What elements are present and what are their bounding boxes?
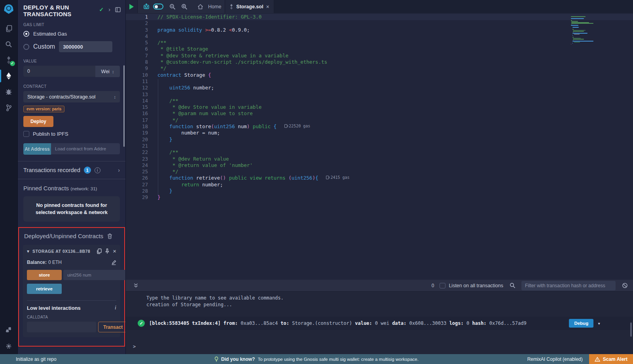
- code-line[interactable]: 18 function store(uint256 num) public {2…: [126, 123, 633, 130]
- panel-layout-icon[interactable]: [115, 7, 121, 12]
- code-line[interactable]: 7 * @dev Store & retrieve value in a var…: [126, 53, 633, 59]
- plugin-manager-icon[interactable]: [0, 322, 18, 338]
- code-line[interactable]: 1// SPDX-License-Identifier: GPL-3.0: [126, 14, 633, 20]
- code-line[interactable]: 9 */: [126, 65, 633, 72]
- code-line[interactable]: 22 /**: [126, 149, 633, 155]
- code-line[interactable]: 15 * @dev Store value in variable: [126, 104, 633, 110]
- panel-collapse-icon[interactable]: ›: [108, 6, 110, 13]
- file-explorer-icon[interactable]: [0, 21, 18, 36]
- solidity-compiler-icon[interactable]: ✓: [0, 52, 18, 68]
- clear-console-icon[interactable]: [621, 281, 628, 291]
- terminal-scrollbar[interactable]: [630, 322, 632, 337]
- expand-tx-icon[interactable]: ▾: [597, 320, 601, 327]
- transaction-filter-input[interactable]: [521, 281, 616, 290]
- contract-select[interactable]: Storage - contracts/Storage.sol ↕: [23, 91, 120, 102]
- run-script-button[interactable]: [129, 4, 134, 9]
- remix-logo-icon[interactable]: [3, 3, 15, 15]
- estimated-gas-radio[interactable]: [23, 31, 29, 37]
- code-line[interactable]: 10contract Storage {: [126, 72, 633, 78]
- tab-storage-sol[interactable]: Storage.sol ×: [225, 0, 274, 13]
- code-line[interactable]: 2: [126, 20, 633, 27]
- home-tab-label[interactable]: Home: [208, 4, 221, 9]
- code-line[interactable]: 8 * @custom:dev-run-script ./scripts/dep…: [126, 59, 633, 65]
- debug-button[interactable]: Debug: [569, 319, 593, 328]
- chevron-right-icon[interactable]: ›: [118, 167, 120, 173]
- code-line[interactable]: 17 */: [126, 117, 633, 123]
- git-icon[interactable]: [0, 100, 18, 116]
- tx-details: [block:5583405 txIndex:4] from: 0xa03...…: [149, 320, 527, 327]
- store-param-input[interactable]: [63, 270, 126, 280]
- terminal-body[interactable]: Type the library name to see available c…: [126, 292, 633, 354]
- warning-icon: [595, 357, 600, 362]
- minimap[interactable]: [571, 16, 603, 45]
- settings-gear-icon[interactable]: [0, 338, 18, 354]
- code-line[interactable]: 5/**: [126, 40, 633, 46]
- code-line[interactable]: 27 return number;: [126, 182, 633, 188]
- publish-ipfs-checkbox[interactable]: [23, 131, 29, 137]
- code-line[interactable]: 20 }: [126, 136, 633, 143]
- transact-button[interactable]: Transact: [98, 322, 126, 332]
- editor-toolbar: Home Storage.sol ×: [126, 0, 633, 13]
- code-line[interactable]: 21: [126, 143, 633, 149]
- code-line[interactable]: 29}: [126, 194, 633, 201]
- custom-gas-input[interactable]: [59, 41, 112, 52]
- retrieve-function-button[interactable]: retrieve: [27, 284, 62, 294]
- code-line[interactable]: 3pragma solidity >=0.8.2 <0.9.0;: [126, 27, 633, 33]
- remove-contract-icon[interactable]: ×: [113, 249, 116, 254]
- collapse-terminal-icon[interactable]: [131, 281, 141, 291]
- terminal-search-icon[interactable]: [509, 281, 516, 291]
- copy-address-icon[interactable]: [97, 248, 102, 254]
- transactions-recorded-row[interactable]: Transactions recorded 1 i ›: [18, 161, 125, 179]
- terminal-prompt[interactable]: >: [133, 343, 136, 350]
- deploy-button[interactable]: Deploy: [23, 116, 53, 127]
- chevron-down-icon[interactable]: ▾: [27, 248, 29, 254]
- code-line[interactable]: 11: [126, 78, 633, 85]
- code-line[interactable]: 25 */: [126, 169, 633, 175]
- code-line[interactable]: 16 * @param num value to store: [126, 110, 633, 117]
- deploy-run-icon[interactable]: [0, 68, 18, 84]
- trash-icon[interactable]: [107, 233, 112, 239]
- zoom-in-icon[interactable]: [179, 2, 190, 12]
- pin-icon[interactable]: [105, 248, 110, 254]
- edit-icon[interactable]: [111, 260, 116, 265]
- copilot-status[interactable]: RemixAI Copilot (enabled): [527, 356, 583, 362]
- code-line[interactable]: 13: [126, 91, 633, 98]
- git-init-button[interactable]: Initialize as git repo: [0, 356, 57, 362]
- estimated-gas-option[interactable]: Estimated Gas: [23, 29, 120, 38]
- code-line[interactable]: 23 * @dev Return value: [126, 156, 633, 162]
- tab-close-icon[interactable]: ×: [266, 4, 269, 10]
- scam-alert-button[interactable]: Scam Alert: [589, 354, 633, 364]
- listen-checkbox[interactable]: [440, 283, 445, 288]
- panel-title: DEPLOY & RUN TRANSACTIONS: [23, 4, 91, 17]
- code-line[interactable]: 14 /**: [126, 98, 633, 104]
- custom-gas-radio[interactable]: [23, 44, 29, 50]
- zoom-out-icon[interactable]: [167, 2, 178, 12]
- custom-gas-option: Custom: [23, 41, 120, 52]
- transaction-log-row[interactable]: ✓ [block:5583405 txIndex:4] from: 0xa03.…: [126, 317, 633, 330]
- code-line[interactable]: 6 * @title Storage: [126, 46, 633, 52]
- calldata-input[interactable]: [27, 322, 96, 332]
- deployed-contract-name[interactable]: STORAGE AT 0X136...8B78: [32, 249, 90, 254]
- at-address-input[interactable]: [51, 143, 120, 154]
- at-address-button[interactable]: At Address: [23, 143, 51, 155]
- code-line[interactable]: 24 * @return value of 'number': [126, 162, 633, 169]
- value-unit: Wei: [101, 69, 110, 74]
- info-icon[interactable]: i: [115, 305, 116, 311]
- ai-copilot-icon[interactable]: [141, 2, 152, 12]
- info-icon[interactable]: i: [95, 167, 100, 173]
- value-unit-select[interactable]: Wei ↕: [95, 66, 120, 77]
- listen-label: Listen on all transactions: [449, 283, 503, 288]
- code-line[interactable]: 19 number = num;: [126, 130, 633, 136]
- debugger-icon[interactable]: [0, 84, 18, 100]
- home-icon[interactable]: [195, 2, 205, 12]
- panel-scrollbar[interactable]: [123, 65, 125, 147]
- code-line[interactable]: 4: [126, 33, 633, 40]
- code-editor[interactable]: 1// SPDX-License-Identifier: GPL-3.023pr…: [126, 13, 633, 280]
- code-line[interactable]: 28 }: [126, 188, 633, 194]
- code-line[interactable]: 12 uint256 number;: [126, 85, 633, 91]
- copilot-toggle[interactable]: [153, 2, 163, 12]
- code-line[interactable]: 26 function retrieve() public view retur…: [126, 175, 633, 181]
- store-function-button[interactable]: store: [27, 270, 62, 280]
- value-input[interactable]: [23, 66, 95, 77]
- search-icon[interactable]: [0, 36, 18, 52]
